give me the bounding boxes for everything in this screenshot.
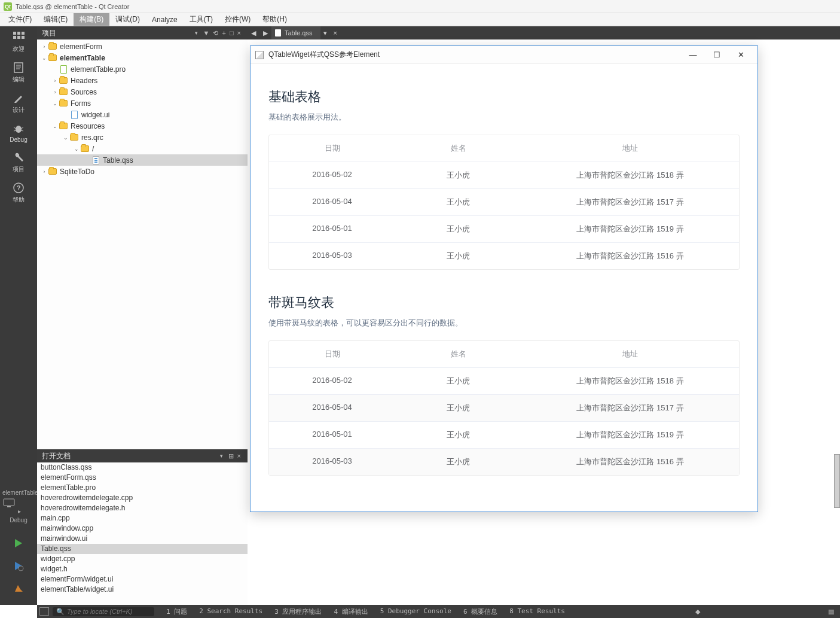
open-docs-list[interactable]: buttonClass.qsselementForm.qsselementTab… xyxy=(37,462,248,605)
tree-twisty[interactable]: › xyxy=(51,78,59,84)
folder-icon xyxy=(48,42,57,51)
menu-工具t[interactable]: 工具(T) xyxy=(184,13,219,26)
tree-twisty[interactable]: ⌄ xyxy=(41,55,48,61)
window-titlebar: Qt Table.qss @ elementTable - Qt Creator xyxy=(0,0,840,13)
output-tab[interactable]: 3 应用程序输出 xyxy=(268,607,328,616)
tree-item-Sources[interactable]: ›Sources xyxy=(37,86,248,98)
mode-帮助[interactable]: ?帮助 xyxy=(10,177,27,208)
svg-text:?: ? xyxy=(17,184,21,191)
tree-twisty[interactable]: › xyxy=(41,169,48,175)
menu-文件f[interactable]: 文件(F) xyxy=(2,13,38,26)
minimize-button[interactable]: — xyxy=(681,47,705,63)
tree-item-Headers[interactable]: ›Headers xyxy=(37,75,248,86)
menu-控件w[interactable]: 控件(W) xyxy=(219,13,256,26)
mode-编辑[interactable]: 编辑 xyxy=(10,57,27,87)
sync-icon[interactable]: ⟲ xyxy=(211,29,220,37)
doc-item[interactable]: widget.cpp xyxy=(37,554,248,564)
locator-search[interactable]: 🔍 xyxy=(53,607,154,616)
tree-twisty[interactable]: › xyxy=(51,89,59,95)
mode-Debug[interactable]: Debug xyxy=(10,118,27,147)
output-tab[interactable]: 1 问题 xyxy=(160,607,193,616)
mode-欢迎[interactable]: 欢迎 xyxy=(10,26,27,57)
tree-item-elementForm[interactable]: ›elementForm xyxy=(37,41,248,52)
sidebar-toggle-icon[interactable] xyxy=(39,607,49,616)
project-tree[interactable]: ›elementForm⌄elementTableelementTable.pr… xyxy=(37,39,248,449)
table-cell: 2016-05-01 xyxy=(269,422,395,448)
doc-item[interactable]: hoveredrowitemdelegate.h xyxy=(37,503,248,513)
table-header-cell: 地址 xyxy=(521,135,739,162)
tree-item-widget-ui[interactable]: widget.ui xyxy=(37,109,248,120)
tree-label: Forms xyxy=(71,99,91,108)
nav-back-icon[interactable]: ◀ xyxy=(248,29,259,37)
doc-item[interactable]: Table.qss xyxy=(37,544,248,554)
mode-设计[interactable]: 设计 xyxy=(10,87,27,118)
table-row: 2016-05-02王小虎上海市普陀区金沙江路 1518 弄 xyxy=(269,162,739,189)
doc-item[interactable]: hoveredrowitemdelegate.cpp xyxy=(37,493,248,503)
output-tab[interactable]: 6 概要信息 xyxy=(457,607,503,616)
doc-item[interactable]: main.cpp xyxy=(37,513,248,523)
scrollbar-thumb[interactable] xyxy=(834,454,840,508)
menu-调试d[interactable]: 调试(D) xyxy=(109,13,146,26)
menu-构建b[interactable]: 构建(B) xyxy=(74,13,109,26)
preview-content[interactable]: 基础表格 基础的表格展示用法。 日期姓名地址2016-05-02王小虎上海市普陀… xyxy=(251,64,757,512)
mode-项目[interactable]: 项目 xyxy=(10,147,27,177)
tree-item-elementTable-pro[interactable]: elementTable.pro xyxy=(37,63,248,75)
run-debug-button[interactable] xyxy=(13,555,24,577)
close-button[interactable]: ✕ xyxy=(729,47,753,63)
doc-item[interactable]: elementTable/widget.ui xyxy=(37,584,248,595)
build-button[interactable] xyxy=(13,577,24,600)
doc-item[interactable]: elementTable.pro xyxy=(37,483,248,493)
panel-dropdown-icon[interactable]: ▾ xyxy=(195,30,198,36)
tree-item-Forms[interactable]: ⌄Forms xyxy=(37,98,248,109)
close-panel-icon[interactable]: × xyxy=(236,452,243,459)
menu-编辑e[interactable]: 编辑(E) xyxy=(38,13,74,26)
doc-item[interactable]: elementForm.qss xyxy=(37,473,248,483)
output-tab[interactable]: 5 Debugger Console xyxy=(374,607,457,616)
tree-twisty[interactable]: ⌄ xyxy=(73,146,80,152)
maximize-button[interactable]: ☐ xyxy=(705,47,729,63)
add-icon[interactable]: + xyxy=(220,29,227,36)
output-tab[interactable]: 8 Test Results xyxy=(503,607,571,616)
split-icon[interactable]: □ xyxy=(228,29,236,36)
panel-dropdown-icon[interactable]: ▾ xyxy=(220,453,223,459)
doc-item[interactable]: buttonClass.qss xyxy=(37,462,248,473)
tree-item-elementTable[interactable]: ⌄elementTable xyxy=(37,52,248,63)
tree-twisty[interactable]: › xyxy=(41,44,48,50)
output-tab[interactable]: 2 Search Results xyxy=(193,607,268,616)
folder-icon xyxy=(59,87,68,97)
tree-item-res-qrc[interactable]: ⌄res.qrc xyxy=(37,132,248,143)
tree-twisty[interactable]: ⌄ xyxy=(51,123,59,129)
project-panel-header: 项目 ▾ ▼ ⟲ + □ × xyxy=(37,26,248,39)
tree-item-Resources[interactable]: ⌄Resources xyxy=(37,120,248,132)
run-button[interactable] xyxy=(13,532,24,555)
doc-item[interactable]: mainwindow.cpp xyxy=(37,523,248,534)
target-project: elementTable xyxy=(2,489,35,496)
output-dropdown-icon[interactable]: ◆ xyxy=(692,608,704,616)
doc-item[interactable]: widget.h xyxy=(37,564,248,574)
tab-close-icon[interactable]: × xyxy=(329,29,340,36)
menu-帮助h[interactable]: 帮助(H) xyxy=(256,13,293,26)
target-selector[interactable]: elementTable ▸ Debug xyxy=(0,486,37,527)
output-toggle-icon[interactable]: ▤ xyxy=(824,608,838,616)
filter-icon[interactable]: ▼ xyxy=(201,29,212,36)
tab-dropdown-icon[interactable]: ▾ xyxy=(321,29,329,37)
close-panel-icon[interactable]: × xyxy=(236,29,243,36)
locator-input[interactable] xyxy=(67,608,151,615)
doc-item[interactable]: mainwindow.ui xyxy=(37,534,248,544)
section-title: 基础表格 xyxy=(268,88,740,106)
split-icon[interactable]: ⊞ xyxy=(227,452,236,460)
preview-titlebar[interactable]: QTableWiget样式QSS参考Element — ☐ ✕ xyxy=(251,46,757,64)
tree-item-SqliteToDo[interactable]: ›SqliteToDo xyxy=(37,166,248,177)
editor-tab-label: Table.qss xyxy=(285,29,312,36)
doc-item[interactable]: elementForm/widget.ui xyxy=(37,574,248,584)
tree-twisty[interactable]: ⌄ xyxy=(51,101,59,106)
table-cell: 上海市普陀区金沙江路 1516 弄 xyxy=(521,449,739,475)
tree-twisty[interactable]: ⌄ xyxy=(62,135,69,141)
tree-item--[interactable]: ⌄/ xyxy=(37,143,248,154)
output-tab[interactable]: 4 编译输出 xyxy=(328,607,374,616)
menu-analyze[interactable]: Analyze xyxy=(146,14,184,25)
tree-item-Table-qss[interactable]: Table.qss xyxy=(37,154,248,166)
editor-tab[interactable]: Table.qss xyxy=(271,26,320,39)
nav-fwd-icon[interactable]: ▶ xyxy=(259,29,271,37)
folder-icon xyxy=(69,133,79,142)
